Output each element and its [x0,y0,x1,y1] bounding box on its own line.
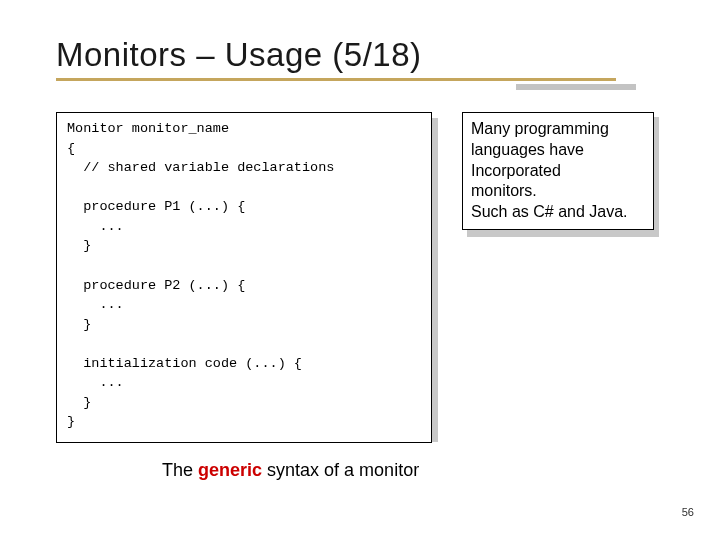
caption-strong: generic [198,460,262,480]
page-number: 56 [682,506,694,518]
info-box: Many programming languages have Incorpor… [462,112,654,230]
accent-bar-grey [516,84,636,90]
code-box: Monitor monitor_name { // shared variabl… [56,112,432,443]
code-box-face: Monitor monitor_name { // shared variabl… [56,112,432,443]
info-line: monitors. [471,181,645,202]
title-underline [56,78,672,90]
info-line: Many programming [471,119,645,140]
info-line: Incorporated [471,161,645,182]
caption-post: syntax of a monitor [262,460,419,480]
info-line: Such as C# and Java. [471,202,645,223]
slide: Monitors – Usage (5/18) Monitor monitor_… [0,0,720,540]
info-line: languages have [471,140,645,161]
caption: The generic syntax of a monitor [162,460,419,481]
code-text: Monitor monitor_name { // shared variabl… [67,119,421,432]
slide-title: Monitors – Usage (5/18) [56,36,672,74]
info-box-face: Many programming languages have Incorpor… [462,112,654,230]
accent-bar [56,78,616,81]
caption-pre: The [162,460,198,480]
